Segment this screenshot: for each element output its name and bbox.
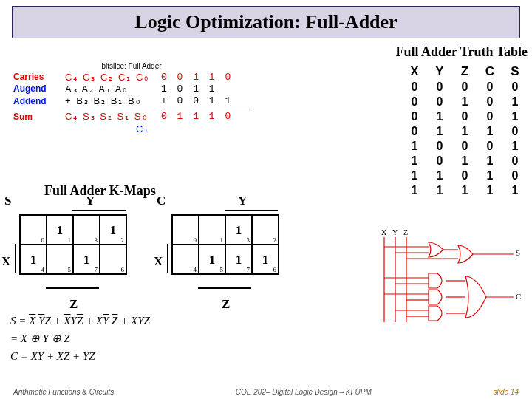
truth-table-heading: Full Adder Truth Table xyxy=(395,44,528,60)
kmap-cell: 4 xyxy=(172,245,199,274)
kmap-cell: 17 xyxy=(225,245,252,274)
kmap-cell: 0 xyxy=(20,215,47,245)
tt-cell: 0 xyxy=(452,80,477,95)
tt-cell: 0 xyxy=(477,80,502,95)
equation-s-xor: = X ⊕ Y ⊕ Z xyxy=(10,330,150,347)
tt-cell: 1 xyxy=(452,95,477,109)
kmap-cell: 5 xyxy=(47,245,73,274)
tt-cell: 0 xyxy=(477,139,502,154)
tt-cell: 0 xyxy=(402,109,427,124)
th-c: C xyxy=(477,64,502,80)
sum-bits: 0 1 1 1 0 xyxy=(161,111,250,123)
tt-cell: 0 xyxy=(502,168,528,183)
tt-cell: 0 xyxy=(402,124,427,139)
augend-syms: A₃ A₂ A₁ A₀ xyxy=(65,83,154,95)
tt-cell: 1 xyxy=(427,124,452,139)
tt-cell: 1 xyxy=(502,95,528,109)
kmap-cell: 2 xyxy=(252,215,279,245)
addend-bits: + 0 0 1 1 xyxy=(161,95,250,107)
kmap-y-label: Y xyxy=(238,194,247,208)
tt-cell: 1 xyxy=(452,154,477,168)
equation-c: C = XY + XZ + YZ xyxy=(10,347,150,365)
label-augend: Augend xyxy=(13,83,65,95)
kmap-x-label: X xyxy=(1,254,10,269)
kmap-z-label: Z xyxy=(222,297,230,312)
th-y: Y xyxy=(427,64,452,80)
carry-bits: 0 0 1 1 0 xyxy=(161,72,250,83)
equation-s-sop: S = X YZ + XYZ + XY Z + XYZ xyxy=(10,312,150,330)
tt-cell: 0 xyxy=(427,154,452,168)
svg-text:S: S xyxy=(516,248,520,257)
tt-cell: 1 xyxy=(502,139,528,154)
label-carries: Carries xyxy=(13,72,65,83)
truth-table: X Y Z C S 00000 00101 01001 01110 10001 … xyxy=(402,64,528,198)
tt-cell: 1 xyxy=(477,124,502,139)
tt-cell: 1 xyxy=(427,109,452,124)
svg-text:C: C xyxy=(516,292,521,301)
tt-cell: 1 xyxy=(502,109,528,124)
kmap-c-label: C xyxy=(157,194,166,208)
footer-center: COE 202– Digital Logic Design – KFUPM xyxy=(236,388,372,396)
tt-cell: 0 xyxy=(427,139,452,154)
svg-text:Z: Z xyxy=(403,228,408,236)
tt-cell: 0 xyxy=(477,95,502,109)
kmap-cell: 13 xyxy=(225,215,252,245)
addend-syms: + B₃ B₂ B₁ B₀ xyxy=(65,95,154,107)
kmap-s-label: S xyxy=(4,194,11,208)
kmap-heading: Full Adder K-Maps xyxy=(44,183,156,199)
label-addend: Addend xyxy=(13,96,65,107)
kmap-cell: 11 xyxy=(47,215,73,245)
addition-diagram: bitslice: Full Adder Carries C₄ C₃ C₂ C₁… xyxy=(13,62,250,135)
circuit-diagram: X Y Z S C xyxy=(377,226,525,330)
kmap-cell: 14 xyxy=(20,245,47,274)
th-z: Z xyxy=(452,64,477,80)
tt-cell: 1 xyxy=(477,168,502,183)
carry-syms: C₄ C₃ C₂ C₁ C₀ xyxy=(65,72,154,83)
kmap-cell: 1 xyxy=(199,215,225,245)
tt-cell: 0 xyxy=(502,154,528,168)
kmap-cell: 3 xyxy=(73,215,100,245)
kmap-cell: 6 xyxy=(100,245,126,274)
kmap-c: C Y X Z 0 1 13 2 4 15 17 16 xyxy=(157,208,288,297)
tt-cell: 0 xyxy=(502,80,528,95)
kmap-x-label: X xyxy=(154,254,163,269)
tt-cell: 0 xyxy=(477,109,502,124)
tt-cell: 1 xyxy=(427,168,452,183)
bitslice-label: bitslice: Full Adder xyxy=(13,62,250,72)
tt-cell: 1 xyxy=(402,139,427,154)
tt-cell: 0 xyxy=(402,95,427,109)
kmap-cell: 15 xyxy=(199,245,225,274)
slide-title: Logic Optimization: Full-Adder xyxy=(12,6,520,38)
tt-cell: 0 xyxy=(452,109,477,124)
tt-cell: 0 xyxy=(452,139,477,154)
tt-cell: 1 xyxy=(402,183,427,198)
th-s: S xyxy=(502,64,528,80)
kmap-cell: 12 xyxy=(100,215,126,245)
footer-left: Arithmetic Functions & Circuits xyxy=(13,388,114,396)
tt-cell: 0 xyxy=(427,95,452,109)
c4-extra: C₁ xyxy=(65,123,154,135)
th-x: X xyxy=(402,64,427,80)
tt-cell: 1 xyxy=(402,154,427,168)
tt-cell: 0 xyxy=(502,124,528,139)
tt-cell: 0 xyxy=(427,80,452,95)
tt-cell: 1 xyxy=(452,183,477,198)
svg-text:X: X xyxy=(381,228,387,236)
slide-footer: Arithmetic Functions & Circuits COE 202–… xyxy=(0,388,532,396)
svg-text:Y: Y xyxy=(392,228,398,236)
augend-bits: 1 0 1 1 xyxy=(161,83,250,95)
slide-body: Full Adder Truth Table bitslice: Full Ad… xyxy=(0,43,532,368)
tt-cell: 1 xyxy=(477,154,502,168)
tt-cell: 1 xyxy=(402,168,427,183)
kmap-area: S Y X Z 0 11 3 12 14 5 17 6 C Y X Z 0 xyxy=(4,208,288,297)
kmap-cell: 0 xyxy=(172,215,199,245)
label-sum: Sum xyxy=(13,112,65,123)
kmap-y-label: Y xyxy=(86,194,95,208)
kmap-s: S Y X Z 0 11 3 12 14 5 17 6 xyxy=(4,208,136,297)
kmap-cell: 17 xyxy=(73,245,100,274)
kmap-cell: 16 xyxy=(252,245,279,274)
boolean-equations: S = X YZ + XYZ + XY Z + XYZ = X ⊕ Y ⊕ Z … xyxy=(10,312,150,365)
tt-cell: 1 xyxy=(452,124,477,139)
footer-slide-number: slide 14 xyxy=(494,388,519,396)
sum-syms: C₄ S₃ S₂ S₁ S₀ xyxy=(65,111,154,123)
